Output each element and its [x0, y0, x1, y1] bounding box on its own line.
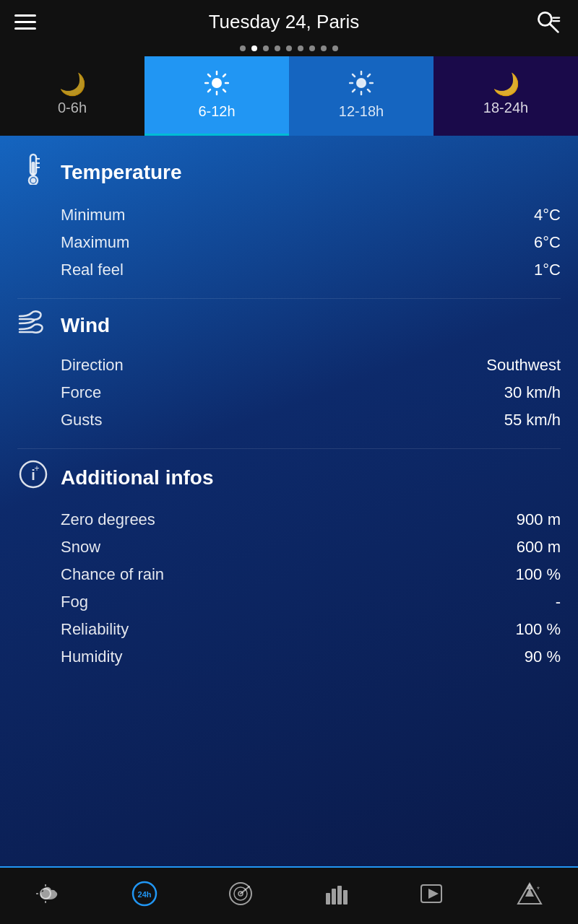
additional-reliability-value: 100 %	[516, 620, 561, 639]
divider-1	[17, 298, 561, 299]
additional-zerodegrees-row: Zero degrees 900 m	[17, 506, 561, 533]
dot-9[interactable]	[332, 45, 338, 51]
page-dots	[0, 43, 578, 56]
wind-header: Wind	[17, 309, 561, 341]
partly-cloudy-icon	[35, 884, 61, 909]
nav-chart[interactable]	[309, 874, 366, 918]
svg-text:+: +	[34, 463, 39, 474]
dot-2[interactable]	[251, 45, 257, 51]
menu-button[interactable]	[14, 14, 36, 30]
nav-radar[interactable]	[212, 874, 269, 918]
wind-direction-value: Southwest	[486, 356, 561, 375]
additional-humidity-row: Humidity 90 %	[17, 643, 561, 671]
temp-minimum-row: Minimum 4°C	[17, 201, 561, 229]
sun-icon-tab1	[204, 71, 229, 99]
dot-7[interactable]	[309, 45, 315, 51]
additional-snow-row: Snow 600 m	[17, 533, 561, 561]
wind-title: Wind	[61, 314, 110, 337]
dot-3[interactable]	[263, 45, 269, 51]
dot-1[interactable]	[240, 45, 246, 51]
additional-fog-row: Fog -	[17, 588, 561, 616]
wind-direction-row: Direction Southwest	[17, 352, 561, 379]
svg-line-22	[353, 90, 355, 92]
video-icon	[420, 884, 447, 909]
additional-snow-label: Snow	[61, 538, 100, 557]
24h-icon: 24h	[131, 881, 158, 912]
moon-icon-tab3: 🌙	[493, 74, 519, 95]
info-icon: i +	[17, 459, 49, 496]
svg-rect-47	[343, 890, 348, 905]
additional-chanceofrain-label: Chance of rain	[61, 565, 164, 584]
additional-humidity-value: 90 %	[525, 648, 561, 666]
thermometer-icon	[17, 153, 49, 191]
nav-weather[interactable]	[20, 874, 77, 918]
bottom-nav: 24h	[0, 866, 578, 924]
wind-gusts-row: Gusts 55 km/h	[17, 406, 561, 434]
wind-direction-label: Direction	[61, 356, 124, 375]
additional-chanceofrain-row: Chance of rain 100 %	[17, 561, 561, 588]
svg-rect-25	[32, 162, 35, 175]
moon-icon-tab0: 🌙	[59, 74, 86, 95]
additional-zerodegrees-label: Zero degrees	[61, 510, 155, 529]
nav-video[interactable]	[405, 874, 462, 918]
dot-5[interactable]	[286, 45, 292, 51]
dot-6[interactable]	[298, 45, 303, 51]
wind-icon	[17, 309, 49, 341]
temp-maximum-value: 6°C	[534, 233, 561, 252]
tab-0-6h-label: 0-6h	[58, 100, 87, 116]
temp-realfeel-label: Real feel	[61, 261, 124, 279]
additional-section: i + Additional infos Zero degrees 900 m …	[17, 459, 561, 671]
tab-12-18h-label: 12-18h	[339, 103, 384, 120]
svg-line-19	[353, 74, 355, 77]
svg-rect-44	[326, 893, 330, 905]
svg-line-12	[208, 90, 210, 92]
wind-gusts-value: 55 km/h	[504, 411, 561, 430]
svg-line-11	[223, 74, 225, 77]
temp-maximum-label: Maximum	[61, 233, 129, 252]
additional-reliability-label: Reliability	[61, 620, 129, 639]
tab-18-24h[interactable]: 🌙 18-24h	[434, 56, 578, 136]
tab-0-6h[interactable]: 🌙 0-6h	[0, 56, 144, 136]
nav-24h[interactable]: 24h	[116, 874, 173, 918]
additional-humidity-label: Humidity	[61, 648, 123, 666]
nav-mountain[interactable]: *	[501, 874, 558, 918]
main-content: Temperature Minimum 4°C Maximum 6°C Real…	[0, 136, 578, 866]
search-button[interactable]	[532, 6, 564, 38]
additional-fog-value: -	[556, 593, 561, 611]
wind-force-label: Force	[61, 383, 101, 402]
additional-title: Additional infos	[61, 466, 214, 489]
temp-minimum-value: 4°C	[534, 206, 561, 225]
wind-section: Wind Direction Southwest Force 30 km/h G…	[17, 309, 561, 434]
additional-chanceofrain-value: 100 %	[516, 565, 561, 584]
wind-force-row: Force 30 km/h	[17, 379, 561, 406]
svg-line-9	[208, 74, 210, 77]
time-tabs: 🌙 0-6h 6-12h	[0, 56, 578, 136]
wind-force-value: 30 km/h	[504, 383, 561, 402]
dot-4[interactable]	[275, 45, 280, 51]
additional-fog-label: Fog	[61, 593, 88, 611]
additional-reliability-row: Reliability 100 %	[17, 616, 561, 643]
chart-icon	[324, 883, 350, 910]
radar-icon	[228, 881, 254, 912]
tab-6-12h-label: 6-12h	[198, 103, 235, 120]
svg-rect-45	[332, 889, 336, 905]
temp-realfeel-row: Real feel 1°C	[17, 256, 561, 284]
tab-12-18h[interactable]: 12-18h	[289, 56, 434, 136]
top-bar: Tuesday 24, Paris	[0, 0, 578, 43]
temp-minimum-label: Minimum	[61, 206, 125, 225]
temp-realfeel-value: 1°C	[534, 261, 561, 279]
svg-line-20	[368, 90, 370, 92]
svg-marker-49	[428, 889, 439, 899]
svg-point-30	[31, 178, 36, 183]
temp-maximum-row: Maximum 6°C	[17, 229, 561, 256]
svg-text:24h: 24h	[138, 890, 152, 899]
tab-18-24h-label: 18-24h	[483, 100, 528, 116]
sun-icon-tab2	[349, 71, 374, 99]
svg-text:*: *	[537, 886, 540, 894]
tab-6-12h[interactable]: 6-12h	[144, 56, 289, 136]
dot-8[interactable]	[321, 45, 327, 51]
svg-line-10	[223, 90, 225, 92]
temperature-section: Temperature Minimum 4°C Maximum 6°C Real…	[17, 153, 561, 284]
svg-line-21	[368, 74, 370, 77]
additional-zerodegrees-value: 900 m	[517, 510, 561, 529]
